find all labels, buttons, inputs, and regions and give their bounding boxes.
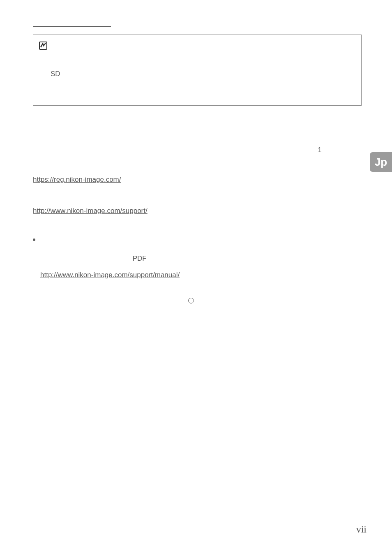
caution-body: SD [39, 50, 354, 98]
pdf-label: PDF [133, 255, 147, 262]
language-tab: Jp [370, 152, 392, 172]
caution-icon [39, 42, 47, 50]
caution-box: SD [33, 35, 362, 106]
circle-icon [188, 298, 194, 303]
page-content: SD 1 https://reg.nikon-image.com/ http:/… [33, 24, 362, 309]
sd-label: SD [51, 70, 60, 78]
support-link[interactable]: http://www.nikon-image.com/support/ [33, 207, 148, 215]
step-number-1: 1 [316, 143, 323, 157]
section-title-rule [33, 24, 111, 27]
bullet-body: PDF http://www.nikon-image.com/support/m… [40, 234, 362, 308]
links-block: https://reg.nikon-image.com/ http://www.… [33, 172, 362, 218]
language-label: Jp [375, 156, 387, 169]
registration-link[interactable]: https://reg.nikon-image.com/ [33, 176, 121, 183]
page-number: vii [356, 524, 367, 535]
manual-bullet: PDF http://www.nikon-image.com/support/m… [33, 234, 362, 308]
caution-header [39, 41, 354, 50]
bullet-icon [33, 238, 35, 241]
manual-link[interactable]: http://www.nikon-image.com/support/manua… [40, 271, 180, 279]
body-section: 1 https://reg.nikon-image.com/ http://ww… [33, 118, 362, 308]
